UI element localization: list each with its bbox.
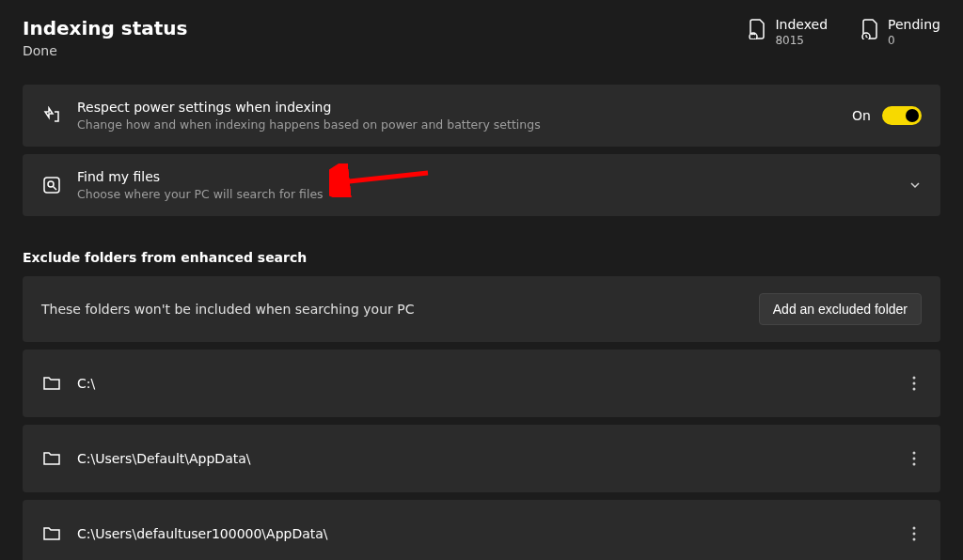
folder-path: C:\Users\defaultuser100000\AppData\ <box>77 526 892 541</box>
svg-point-4 <box>913 377 916 380</box>
svg-point-3 <box>48 181 54 187</box>
find-my-files-row[interactable]: Find my files Choose where your PC will … <box>23 154 940 216</box>
power-title: Respect power settings when indexing <box>77 100 837 115</box>
folder-icon <box>41 376 62 391</box>
more-icon[interactable] <box>907 445 922 472</box>
header-stats: Indexed 8015 Pending 0 <box>749 17 940 47</box>
chevron-down-icon <box>908 179 922 192</box>
pending-label: Pending <box>888 17 940 32</box>
svg-point-6 <box>913 388 916 391</box>
folder-row[interactable]: C:\ <box>23 350 940 417</box>
folder-icon <box>41 451 62 466</box>
more-icon[interactable] <box>907 370 922 397</box>
svg-point-7 <box>913 452 916 455</box>
exclude-header-row: These folders won't be included when sea… <box>23 276 940 342</box>
folder-row[interactable]: C:\Users\Default\AppData\ <box>23 425 940 492</box>
folder-path: C:\ <box>77 376 892 391</box>
svg-point-8 <box>913 458 916 460</box>
more-icon[interactable] <box>907 521 922 547</box>
indexed-stat: Indexed 8015 <box>749 17 828 47</box>
find-title: Find my files <box>77 169 893 184</box>
folder-path: C:\Users\Default\AppData\ <box>77 451 892 466</box>
exclude-section-title: Exclude folders from enhanced search <box>23 250 940 265</box>
header-status: Indexing status Done <box>23 17 188 58</box>
pending-value: 0 <box>888 34 940 47</box>
indexed-value: 8015 <box>775 34 828 47</box>
find-desc: Choose where your PC will search for fil… <box>77 187 893 201</box>
status-text: Done <box>23 43 188 58</box>
power-toggle-state: On <box>852 108 871 123</box>
indexed-label: Indexed <box>775 17 828 32</box>
power-toggle[interactable] <box>882 106 922 125</box>
svg-point-10 <box>913 527 916 530</box>
svg-point-12 <box>913 538 916 541</box>
exclude-hint: These folders won't be included when sea… <box>41 302 414 317</box>
svg-point-5 <box>913 382 916 385</box>
page-title: Indexing status <box>23 17 188 39</box>
svg-point-9 <box>913 463 916 466</box>
search-file-icon <box>41 176 62 194</box>
document-clock-icon <box>861 19 878 39</box>
power-icon <box>41 106 62 125</box>
svg-rect-2 <box>44 178 59 193</box>
svg-point-11 <box>913 533 916 536</box>
pending-stat: Pending 0 <box>861 17 940 47</box>
power-desc: Change how and when indexing happens bas… <box>77 117 837 132</box>
document-refresh-icon <box>749 19 766 39</box>
add-excluded-folder-button[interactable]: Add an excluded folder <box>759 293 922 325</box>
power-settings-row[interactable]: Respect power settings when indexing Cha… <box>23 85 940 147</box>
power-toggle-wrap: On <box>852 106 922 125</box>
header: Indexing status Done Indexed 8015 <box>23 17 940 58</box>
folder-row[interactable]: C:\Users\defaultuser100000\AppData\ <box>23 500 940 560</box>
folder-icon <box>41 526 62 541</box>
